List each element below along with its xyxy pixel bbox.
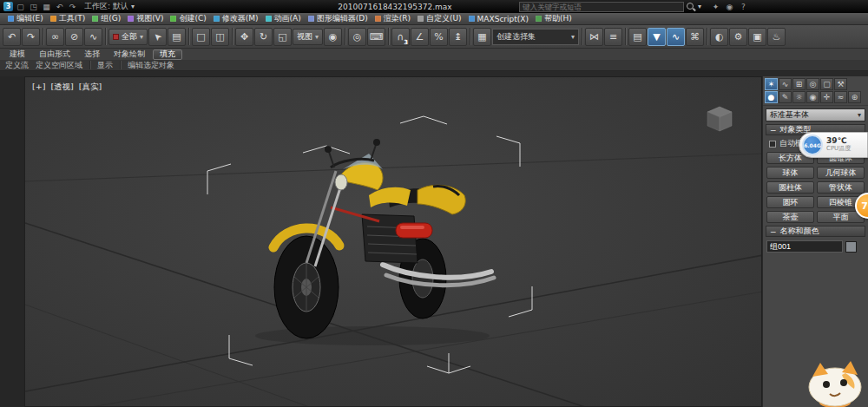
viewport-canvas[interactable]	[25, 77, 762, 407]
search-input[interactable]	[519, 2, 684, 12]
percent-snap-button[interactable]: %	[430, 28, 448, 46]
category-helpers[interactable]: ✛	[820, 91, 833, 103]
mirror-button[interactable]: ⋈	[585, 28, 603, 46]
ribbon-tab-modeling[interactable]: 建模	[3, 49, 31, 60]
ribbon-tab-object-paint[interactable]: 对象绘制	[108, 49, 151, 60]
category-systems[interactable]: ⊛	[848, 91, 861, 103]
3dsmax-logo-icon[interactable]: 3	[3, 2, 13, 11]
select-object-button[interactable]: ➤	[148, 28, 167, 46]
edit-named-sets-button[interactable]: ▦	[473, 28, 491, 46]
viewport-pov-menu[interactable]: [透视]	[50, 82, 73, 93]
category-shapes[interactable]: ✎	[779, 91, 792, 103]
spinner-snap-button[interactable]: ↨	[449, 28, 467, 46]
tab-motion[interactable]: ◎	[806, 78, 819, 90]
geometry-subcategory-dropdown[interactable]: 标准基本体 ▾	[766, 108, 865, 121]
ribbon-tool-define-flow[interactable]: 定义流	[5, 60, 29, 71]
sphere-button[interactable]: 球体	[766, 167, 814, 179]
ribbon-toggle-button[interactable]: ▼	[648, 28, 666, 46]
autogrid-checkbox[interactable]	[769, 141, 776, 148]
tab-create[interactable]: ✶	[765, 78, 778, 90]
keyboard-override-button[interactable]: ⌨	[367, 28, 385, 46]
geosphere-button[interactable]: 几何球体	[817, 167, 865, 179]
select-scale-button[interactable]: ◱	[273, 28, 292, 46]
open-file-icon[interactable]: ◳	[28, 1, 39, 12]
menu-help[interactable]: 帮助(H)	[532, 13, 575, 24]
category-geometry[interactable]: ●	[765, 91, 778, 103]
tab-utilities[interactable]: ⚒	[834, 78, 847, 90]
snap-toggle-button[interactable]: ∩ 3	[391, 28, 410, 46]
communication-center-icon[interactable]: ◉	[724, 1, 735, 12]
viewport-shading-menu[interactable]: [真实]	[79, 82, 102, 93]
angle-snap-button[interactable]: ∠	[411, 28, 429, 46]
menu-graph-editors[interactable]: 图形编辑器(D)	[305, 13, 372, 24]
object-color-swatch[interactable]	[845, 241, 857, 253]
tab-modify[interactable]: ∿	[779, 78, 792, 90]
rendered-frame-button[interactable]: ▣	[748, 28, 766, 46]
select-manipulate-button[interactable]: ◎	[348, 28, 366, 46]
ribbon-tool-display[interactable]: 显示	[97, 60, 113, 71]
category-lights[interactable]: ☼	[792, 91, 806, 103]
ribbon-tool-edit-selected[interactable]: 编辑选定对象	[128, 60, 174, 71]
select-move-button[interactable]: ✥	[235, 28, 253, 46]
torus-button[interactable]: 圆环	[766, 196, 814, 208]
use-pivot-center-button[interactable]: ◉	[324, 28, 342, 46]
rectangular-region-button[interactable]: □	[192, 28, 210, 46]
name-color-rollout-header[interactable]: − 名称和颜色	[766, 226, 865, 237]
coord-system-dropdown[interactable]: 视图 ▾	[293, 29, 323, 45]
redo-button[interactable]: ↷	[22, 28, 40, 46]
menu-edit[interactable]: 编辑(E)	[4, 13, 47, 24]
help-icon[interactable]: ?	[738, 1, 749, 12]
align-button[interactable]: ≡	[604, 28, 622, 46]
workspace-dropdown[interactable]: 工作区: 默认 ▾	[80, 0, 139, 13]
tab-display[interactable]: ▢	[820, 78, 833, 90]
ribbon-tool-define-idle-area[interactable]: 定义空间区域	[36, 60, 82, 71]
menu-views[interactable]: 视图(V)	[124, 13, 167, 24]
cylinder-button[interactable]: 圆柱体	[766, 181, 814, 194]
search-icon[interactable]	[687, 3, 695, 11]
undo-button[interactable]: ↶	[3, 28, 21, 46]
ribbon-tab-freeform[interactable]: 自由形式	[33, 49, 76, 60]
category-spacewarps[interactable]: ≈	[834, 91, 847, 103]
render-setup-button[interactable]: ⚙	[729, 28, 747, 46]
category-cameras[interactable]: ◉	[806, 91, 819, 103]
render-production-button[interactable]: ♨	[767, 28, 786, 46]
menu-customize[interactable]: 自定义(U)	[414, 13, 465, 24]
schematic-view-button[interactable]: ⌘	[686, 28, 704, 46]
motorcycle-model[interactable]	[255, 139, 494, 345]
save-file-icon[interactable]: ▦	[41, 1, 52, 12]
teapot-button[interactable]: 茶壶	[766, 211, 814, 223]
tube-button[interactable]: 管状体	[817, 181, 865, 194]
select-by-name-button[interactable]: ▤	[168, 28, 186, 46]
new-scene-icon[interactable]: ▢	[15, 1, 26, 12]
selection-filter-dropdown[interactable]: 全部 ▾	[108, 29, 148, 45]
tab-hierarchy[interactable]: ⊞	[792, 78, 806, 90]
quick-undo-icon[interactable]: ↶	[54, 1, 65, 12]
window-crossing-button[interactable]: ◫	[211, 28, 229, 46]
search-options-arrow-icon[interactable]: ▾	[698, 3, 701, 10]
layer-manager-button[interactable]: ▤	[628, 28, 647, 46]
menu-create[interactable]: 创建(C)	[167, 13, 209, 24]
menu-group[interactable]: 组(G)	[89, 13, 124, 24]
menu-rendering[interactable]: 渲染(R)	[372, 13, 414, 24]
ribbon-tab-populate[interactable]: 填充	[153, 49, 182, 60]
bind-to-spacewarp-button[interactable]: ∿	[84, 28, 102, 46]
named-selection-combobox[interactable]: 创建选择集 ▾	[492, 29, 579, 45]
material-editor-button[interactable]: ◐	[710, 28, 728, 46]
select-and-link-button[interactable]: ∞	[46, 28, 64, 46]
object-name-input[interactable]	[766, 240, 843, 253]
cpu-temp-widget[interactable]: 6.04G 39℃ CPU温度	[799, 132, 868, 158]
quick-redo-icon[interactable]: ↷	[67, 1, 78, 12]
favorites-icon[interactable]: ✦	[710, 1, 721, 12]
perspective-viewport[interactable]: [+] [透视] [真实]	[24, 76, 762, 407]
viewcube[interactable]	[700, 100, 739, 135]
unlink-selection-button[interactable]: ⊘	[65, 28, 83, 46]
menu-maxscript[interactable]: MAXScript(X)	[465, 13, 532, 24]
menu-modifiers[interactable]: 修改器(M)	[210, 13, 262, 24]
menu-animation[interactable]: 动画(A)	[262, 13, 305, 24]
ribbon-tab-selection[interactable]: 选择	[78, 49, 106, 60]
select-rotate-button[interactable]: ↻	[254, 28, 273, 46]
desktop-pet-mascot[interactable]	[800, 359, 868, 407]
menu-tools[interactable]: 工具(T)	[47, 13, 89, 24]
viewport-general-menu[interactable]: [+]	[32, 82, 45, 93]
curve-editor-button[interactable]: ∿	[667, 28, 685, 46]
